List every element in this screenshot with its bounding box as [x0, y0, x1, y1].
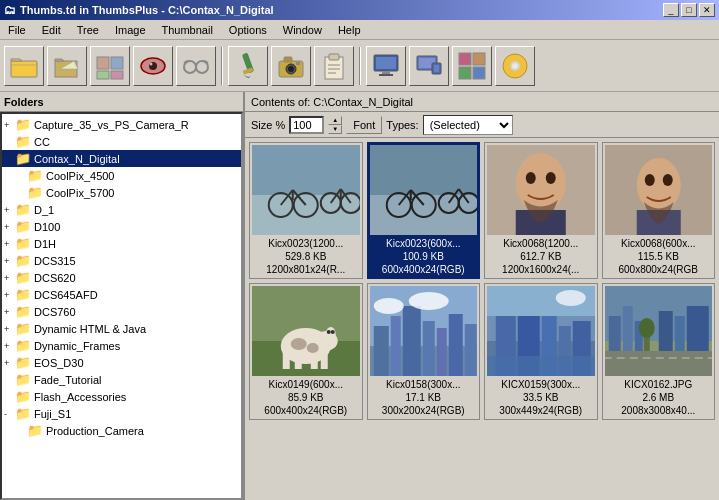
thumb-item-7[interactable]: KICX0159(300x...33.5 KB300x449x24(RGB): [484, 283, 598, 420]
toolbar-camera-btn[interactable]: [271, 46, 311, 86]
svg-point-82: [327, 330, 331, 334]
svg-rect-26: [376, 57, 396, 69]
menu-window[interactable]: Window: [279, 23, 326, 37]
titlebar: 🗂 Thumbs.td in ThumbsPlus - C:\Contax_N_…: [0, 0, 719, 20]
svg-rect-92: [436, 328, 446, 376]
toolbar-monitor-btn[interactable]: [366, 46, 406, 86]
thumb-item-2[interactable]: Kicx0023(600x...100.9 KB600x400x24(RGB): [367, 142, 481, 279]
folder-Capture_35[interactable]: + 📁 Capture_35_vs_PS_Camera_R: [2, 116, 241, 133]
menu-thumbnail[interactable]: Thumbnail: [158, 23, 217, 37]
thumb-image-2: [370, 145, 478, 235]
svg-point-84: [291, 338, 307, 350]
thumbnails-area[interactable]: Kicx0023(1200...529.8 KB1200x801x24(R...: [245, 138, 719, 500]
thumb-image-1: [252, 145, 360, 235]
thumb-image-5: [252, 286, 360, 376]
menubar: File Edit Tree Image Thumbnail Options W…: [0, 20, 719, 40]
folder-DCS620[interactable]: + 📁 DCS620: [2, 269, 241, 286]
menu-help[interactable]: Help: [334, 23, 365, 37]
thumbnails-grid: Kicx0023(1200...529.8 KB1200x801x24(R...: [249, 142, 715, 420]
folder-EOS_D30[interactable]: + 📁 EOS_D30: [2, 354, 241, 371]
thumb-item-8[interactable]: KICX0162.JPG2.6 MB2008x3008x40...: [602, 283, 716, 420]
toolbar-paint-btn[interactable]: [228, 46, 268, 86]
svg-rect-104: [487, 356, 595, 376]
font-button[interactable]: Font: [346, 116, 382, 134]
maximize-button[interactable]: □: [681, 3, 697, 17]
toolbar-grid-btn[interactable]: [452, 46, 492, 86]
folder-Fuji_S1[interactable]: - 📁 Fuji_S1: [2, 405, 241, 422]
toolbar-donut-btn[interactable]: [495, 46, 535, 86]
folder-DynamicFrames[interactable]: + 📁 Dynamic_Frames: [2, 337, 241, 354]
svg-rect-35: [459, 67, 471, 79]
toolbar-thumb-btn[interactable]: [90, 46, 130, 86]
folder-D1H[interactable]: + 📁 D1H: [2, 235, 241, 252]
folder-CC[interactable]: 📁 CC: [2, 133, 241, 150]
minimize-button[interactable]: _: [663, 3, 679, 17]
folder-Contax_N_Digital[interactable]: - 📁 Contax_N_Digital: [2, 150, 241, 167]
toolbar-monitor2-btn[interactable]: [409, 46, 449, 86]
toolbar-eye-btn[interactable]: [133, 46, 173, 86]
svg-rect-16: [284, 57, 292, 62]
svg-rect-6: [111, 71, 123, 79]
folder-FadeTutorial[interactable]: 📁 Fade_Tutorial: [2, 371, 241, 388]
size-down-btn[interactable]: ▼: [328, 125, 342, 134]
folders-tree[interactable]: + 📁 Capture_35_vs_PS_Camera_R 📁 CC - 📁 C…: [0, 112, 243, 500]
menu-edit[interactable]: Edit: [38, 23, 65, 37]
size-input[interactable]: [289, 116, 324, 134]
toolbar-separator-2: [359, 47, 361, 85]
menu-options[interactable]: Options: [225, 23, 271, 37]
folder-DCS645AFD[interactable]: + 📁 DCS645AFD: [2, 286, 241, 303]
svg-rect-4: [111, 57, 123, 69]
types-label: Types:: [386, 119, 418, 131]
expand-icon[interactable]: +: [4, 120, 14, 130]
svg-point-9: [150, 62, 153, 65]
folder-ProductionCamera[interactable]: 📁 Production_Camera: [2, 422, 241, 439]
svg-rect-28: [379, 74, 393, 76]
folders-header: Folders: [0, 92, 243, 112]
svg-rect-21: [329, 54, 339, 60]
close-button[interactable]: ✕: [699, 3, 715, 17]
thumb-item-1[interactable]: Kicx0023(1200...529.8 KB1200x801x24(R...: [249, 142, 363, 279]
svg-rect-88: [373, 326, 388, 376]
folder-D_1[interactable]: + 📁 D_1: [2, 201, 241, 218]
folder-DCS760[interactable]: + 📁 DCS760: [2, 303, 241, 320]
toolbar-clipboard-btn[interactable]: [314, 46, 354, 86]
toolbar-glasses-btn[interactable]: [176, 46, 216, 86]
thumb-label-8: KICX0162.JPG2.6 MB2008x3008x40...: [605, 378, 713, 417]
svg-rect-91: [422, 321, 434, 376]
thumb-item-5[interactable]: Kicx0149(600x...85.9 KB600x400x24(RGB): [249, 283, 363, 420]
svg-point-83: [331, 330, 335, 334]
folder-DynamicHTML[interactable]: + 📁 Dynamic HTML & Java: [2, 320, 241, 337]
folder-D100[interactable]: + 📁 D100: [2, 218, 241, 235]
folder-FlashAccessories[interactable]: 📁 Flash_Accessories: [2, 388, 241, 405]
svg-rect-33: [459, 53, 471, 65]
svg-rect-32: [434, 65, 439, 72]
svg-point-69: [636, 158, 680, 212]
size-up-btn[interactable]: ▲: [328, 116, 342, 125]
size-spinner[interactable]: ▲ ▼: [328, 116, 342, 134]
thumb-label-1: Kicx0023(1200...529.8 KB1200x801x24(R...: [252, 237, 360, 276]
thumb-image-4: [605, 145, 713, 235]
menu-image[interactable]: Image: [111, 23, 150, 37]
svg-point-18: [288, 66, 294, 72]
folder-CoolPix_4500[interactable]: 📁 CoolPix_4500: [2, 167, 241, 184]
folder-DCS315[interactable]: + 📁 DCS315: [2, 252, 241, 269]
contents-toolbar: Size % ▲ ▼ Font Types: (Selected) All Im…: [245, 112, 719, 138]
thumb-item-6[interactable]: Kicx0158(300x...17.1 KB300x200x24(RGB): [367, 283, 481, 420]
svg-rect-76: [283, 351, 290, 369]
svg-point-64: [516, 153, 566, 213]
svg-rect-115: [605, 351, 713, 376]
svg-rect-34: [473, 53, 485, 65]
svg-point-81: [326, 327, 336, 341]
svg-rect-79: [321, 351, 328, 369]
contents-header: Contents of: C:\Contax_N_Digital: [245, 92, 719, 112]
thumb-label-3: Kicx0068(1200...612.7 KB1200x1600x24(...: [487, 237, 595, 276]
toolbar-folder-btn[interactable]: [4, 46, 44, 86]
toolbar-open-btn[interactable]: [47, 46, 87, 86]
thumb-item-4[interactable]: Kicx0068(600x...115.5 KB600x800x24(RGB: [602, 142, 716, 279]
toolbar: [0, 40, 719, 92]
menu-tree[interactable]: Tree: [73, 23, 103, 37]
types-select[interactable]: (Selected) All Images Videos: [423, 115, 513, 135]
menu-file[interactable]: File: [4, 23, 30, 37]
folder-CoolPix_5700[interactable]: 📁 CoolPix_5700: [2, 184, 241, 201]
thumb-item-3[interactable]: Kicx0068(1200...612.7 KB1200x1600x24(...: [484, 142, 598, 279]
